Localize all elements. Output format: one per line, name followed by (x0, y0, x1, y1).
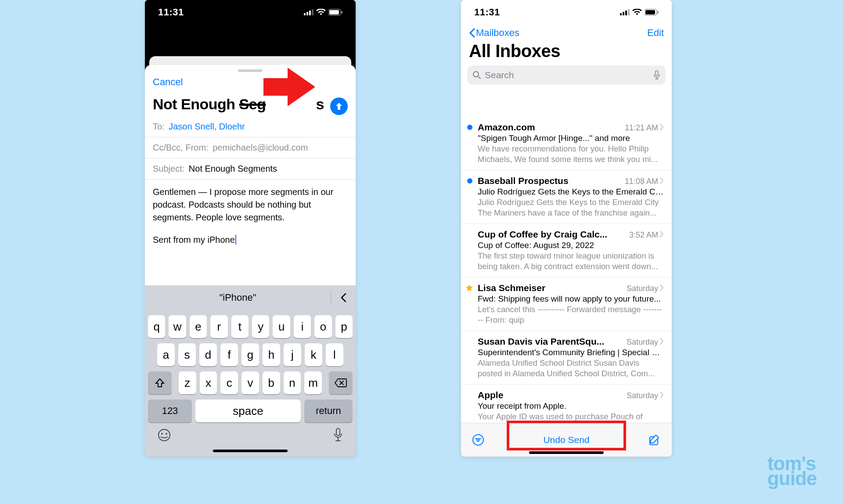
sender: Amazon.com (478, 122, 621, 133)
message-row[interactable]: Baseball Prospectus11:08 AMJulio Rodrígu… (461, 170, 672, 224)
cancel-button[interactable]: Cancel (153, 76, 183, 88)
key-q[interactable]: q (148, 315, 165, 338)
page-title: All Inboxes (461, 40, 672, 65)
message-preview: Your Apple ID was used to purchase Pouch… (478, 411, 664, 422)
message-subject: Superintendent's Community Briefing | Sp… (478, 348, 664, 357)
status-indicators (304, 9, 342, 16)
edit-button[interactable]: Edit (647, 27, 664, 39)
svg-rect-6 (341, 11, 342, 14)
key-b[interactable]: b (263, 371, 280, 394)
svg-rect-18 (657, 11, 659, 14)
space-key[interactable]: space (195, 400, 301, 422)
key-o[interactable]: o (314, 315, 331, 338)
message-subject: Julio Rodríguez Gets the Keys to the Eme… (478, 187, 664, 197)
sender: Susan Davis via ParentSqu... (478, 336, 623, 347)
status-indicators (620, 9, 659, 16)
send-button[interactable] (330, 97, 348, 115)
star-icon (465, 284, 473, 292)
arrow-up-icon (335, 102, 343, 111)
key-w[interactable]: w (169, 315, 186, 338)
home-indicator[interactable] (529, 451, 604, 454)
message-row[interactable]: Cup of Coffee by Craig Calc...3:52 AMCup… (461, 224, 672, 277)
to-field[interactable]: To: Jason Snell, Dloehr (145, 116, 356, 137)
message-preview: We have recommendations for you. Hello P… (478, 144, 664, 165)
compose-sheet: Cancel Not Enough Segs To: Jason Snell, … (145, 65, 356, 457)
predict-word[interactable]: "iPhone" (145, 292, 331, 303)
signature: Sent from my iPhone (153, 235, 235, 245)
status-bar: 11:31 (145, 0, 356, 25)
status-time: 11:31 (158, 7, 184, 18)
chevron-right-icon (660, 392, 664, 400)
sheet-grabber[interactable] (238, 69, 263, 72)
message-row[interactable]: AppleSaturdayYour receipt from Apple.You… (461, 385, 672, 423)
message-row[interactable]: Amazon.com11:21 AM"Spigen Tough Armor [H… (461, 117, 672, 170)
key-y[interactable]: y (252, 315, 269, 338)
svg-point-8 (161, 433, 163, 435)
backspace-key[interactable] (329, 371, 353, 394)
search-placeholder: Search (485, 70, 650, 80)
svg-rect-13 (623, 12, 624, 15)
search-icon (472, 71, 481, 79)
key-i[interactable]: i (294, 315, 311, 338)
chevron-left-icon (340, 293, 346, 302)
key-k[interactable]: k (305, 343, 322, 366)
key-c[interactable]: c (220, 371, 238, 394)
key-a[interactable]: a (157, 343, 175, 366)
key-e[interactable]: e (190, 315, 207, 338)
dictation-icon[interactable] (333, 428, 343, 443)
key-f[interactable]: f (220, 343, 238, 366)
key-z[interactable]: z (179, 371, 196, 394)
subject-field[interactable]: Subject: Not Enough Segments (145, 158, 356, 180)
keyboard[interactable]: "iPhone" qwertyuiop asdfghjkl zxcvbnm (145, 285, 356, 457)
key-v[interactable]: v (241, 371, 259, 394)
key-m[interactable]: m (304, 371, 322, 394)
message-preview: Alameda Unified School District Susan Da… (478, 358, 664, 379)
key-x[interactable]: x (200, 371, 217, 394)
search-field[interactable]: Search (467, 65, 666, 85)
watermark: tom's guide (767, 455, 817, 486)
svg-point-9 (166, 433, 167, 435)
shift-key[interactable] (148, 371, 172, 394)
body-paragraph: Gentlemen — I propose more segments in o… (153, 186, 348, 224)
key-u[interactable]: u (273, 315, 290, 338)
key-g[interactable]: g (241, 343, 259, 366)
key-n[interactable]: n (284, 371, 301, 394)
key-r[interactable]: r (210, 315, 227, 338)
undo-send-button[interactable]: Undo Send (485, 435, 648, 445)
cc-from-field[interactable]: Cc/Bcc, From: pemichaels@icloud.com (145, 137, 356, 158)
compose-body[interactable]: Gentlemen — I propose more segments in o… (145, 180, 356, 246)
chevron-left-icon (469, 28, 475, 38)
message-time: 11:21 AM (625, 123, 658, 133)
message-preview: Julio Rodríguez Gets the Keys to the Eme… (478, 197, 664, 218)
predictive-bar[interactable]: "iPhone" (145, 285, 356, 310)
key-l[interactable]: l (326, 343, 343, 366)
predict-collapse[interactable] (331, 293, 356, 302)
home-indicator[interactable] (213, 450, 288, 452)
message-preview: The first step toward minor league union… (478, 251, 664, 272)
emoji-icon[interactable] (157, 428, 171, 442)
wifi-icon (632, 9, 642, 16)
compose-icon[interactable] (648, 433, 661, 446)
key-j[interactable]: j (284, 343, 301, 366)
message-row[interactable]: Lisa SchmeiserSaturdayFwd: Shipping fees… (461, 277, 672, 331)
key-s[interactable]: s (178, 343, 196, 366)
back-button[interactable]: Mailboxes (469, 27, 519, 39)
svg-point-7 (159, 429, 170, 441)
sender: Baseball Prospectus (478, 176, 621, 186)
svg-rect-10 (336, 428, 340, 436)
message-time: Saturday (627, 391, 658, 400)
key-h[interactable]: h (263, 343, 280, 366)
nav-bar: Mailboxes Edit (461, 25, 672, 40)
key-d[interactable]: d (199, 343, 217, 366)
key-p[interactable]: p (335, 315, 353, 338)
message-list[interactable]: Amazon.com11:21 AM"Spigen Tough Armor [H… (461, 117, 672, 423)
return-key[interactable]: return (304, 400, 353, 422)
chevron-right-icon (660, 231, 664, 239)
dictation-icon[interactable] (653, 70, 660, 80)
key-t[interactable]: t (231, 315, 249, 338)
message-time: 11:08 AM (625, 177, 658, 186)
numeric-key[interactable]: 123 (148, 400, 192, 422)
filter-icon[interactable] (472, 433, 485, 446)
message-row[interactable]: Susan Davis via ParentSqu...SaturdaySupe… (461, 331, 672, 385)
svg-rect-17 (645, 10, 655, 14)
